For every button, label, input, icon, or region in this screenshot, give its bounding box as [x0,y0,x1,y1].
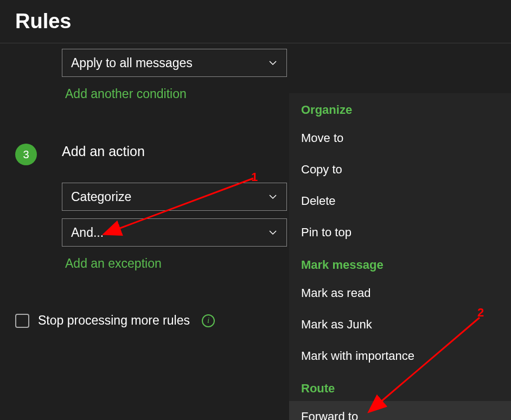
condition-dropdown-label: Apply to all messages [71,56,193,70]
chevron-down-icon [268,192,278,202]
menu-item-pin-to-top[interactable]: Pin to top [289,217,511,248]
action-dropdown-2[interactable]: And... [62,218,287,247]
menu-item-mark-importance[interactable]: Mark with importance [289,340,511,372]
menu-item-move-to[interactable]: Move to [289,122,511,154]
action-heading-row: 3 Add an action [0,144,288,167]
content-area: Apply to all messages Add another condit… [0,43,511,328]
menu-item-delete[interactable]: Delete [289,185,511,217]
condition-dropdown[interactable]: Apply to all messages [62,49,287,77]
stop-processing-row: Stop processing more rules i [15,313,288,328]
stop-processing-label: Stop processing more rules [38,313,190,328]
stop-processing-checkbox[interactable] [15,314,29,328]
page-title: Rules [0,0,511,43]
menu-group-mark: Mark message [289,248,511,277]
add-exception-link[interactable]: Add an exception [65,247,162,281]
action-dropdown-2-label: And... [71,225,104,240]
left-column: Apply to all messages Add another condit… [0,44,288,328]
add-condition-link[interactable]: Add another condition [65,77,187,111]
action-dropdown-1[interactable]: Categorize [62,183,287,211]
menu-item-mark-junk[interactable]: Mark as Junk [289,309,511,340]
action-dropdown-1-label: Categorize [71,190,131,204]
menu-group-organize: Organize [289,93,511,122]
action-heading: Add an action [62,144,288,159]
chevron-down-icon [268,228,278,237]
menu-item-mark-read[interactable]: Mark as read [289,277,511,309]
step-badge: 3 [15,144,37,165]
menu-item-copy-to[interactable]: Copy to [289,154,511,185]
menu-group-route: Route [289,372,511,401]
info-icon[interactable]: i [202,314,215,327]
menu-item-forward-to[interactable]: Forward to [289,401,511,420]
action-menu: Organize Move to Copy to Delete Pin to t… [289,93,511,420]
chevron-down-icon [268,58,278,68]
